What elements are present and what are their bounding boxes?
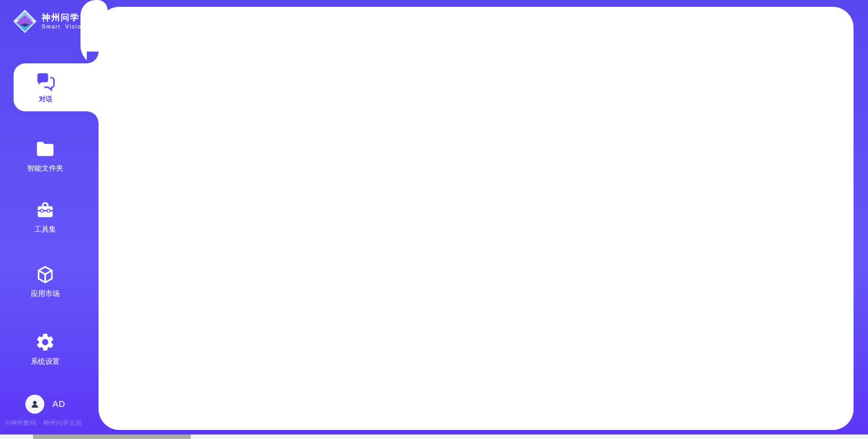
scrollbar-thumb[interactable] xyxy=(33,434,191,439)
user-menu[interactable]: AD xyxy=(25,395,65,414)
sidebar-item-label: 对话 xyxy=(39,95,52,104)
gear-icon xyxy=(35,332,56,353)
horizontal-scrollbar[interactable] xyxy=(0,434,868,439)
sidebar-item-toolset[interactable]: 工具集 xyxy=(0,200,90,234)
diamond-logo-icon xyxy=(13,9,37,33)
chat-icon xyxy=(36,72,56,91)
cube-icon xyxy=(35,265,55,285)
copyright: ©神州数码 · 神州问学出品 xyxy=(5,419,82,427)
sidebar-item-label: 系统设置 xyxy=(0,357,90,367)
app-logo: 神州问学 Smart Vision xyxy=(13,9,85,33)
main-panel xyxy=(99,7,854,430)
sidebar-item-label: 应用市场 xyxy=(0,289,90,299)
app-title: 神州问学 xyxy=(42,13,85,23)
sidebar-item-smart-folder[interactable]: 智能文件夹 xyxy=(0,139,90,173)
sidebar-item-app-market[interactable]: 应用市场 xyxy=(0,265,90,299)
toolbox-icon xyxy=(35,200,55,220)
avatar xyxy=(25,395,44,414)
folder-icon xyxy=(35,139,55,159)
user-avatar-icon xyxy=(30,399,40,409)
sidebar-item-chat[interactable]: 对话 xyxy=(14,63,99,111)
app-subtitle: Smart Vision xyxy=(42,24,85,30)
app-title-block: 神州问学 Smart Vision xyxy=(42,13,85,30)
sidebar-item-label: 工具集 xyxy=(0,225,90,234)
user-name: AD xyxy=(52,399,65,409)
sidebar-item-label: 智能文件夹 xyxy=(0,164,90,173)
sidebar: 神州问学 Smart Vision 对话 智能文件夹 工具集 xyxy=(0,0,99,439)
sidebar-item-settings[interactable]: 系统设置 xyxy=(0,332,90,367)
